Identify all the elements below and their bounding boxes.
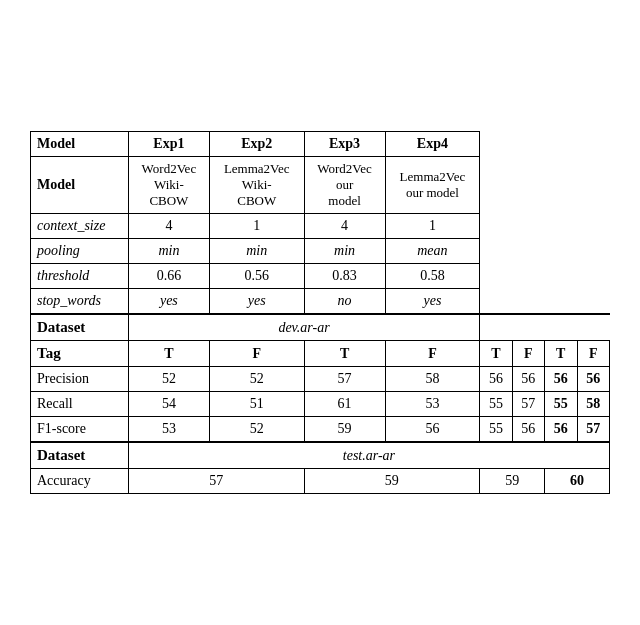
precision-exp4-t: 56 <box>545 367 577 392</box>
stop-words-exp2: yes <box>209 289 304 315</box>
threshold-label: threshold <box>31 264 129 289</box>
tag-exp4-f: F <box>577 341 610 367</box>
recall-exp4-t: 55 <box>545 392 577 417</box>
threshold-exp4: 0.58 <box>385 264 480 289</box>
stop-words-exp1: yes <box>128 289 209 315</box>
exp4-model: Lemma2Vec our model <box>385 157 480 214</box>
precision-exp2-f: 58 <box>385 367 480 392</box>
pooling-label: pooling <box>31 239 129 264</box>
precision-exp1-t: 52 <box>128 367 209 392</box>
recall-label: Recall <box>31 392 129 417</box>
f1-exp1-f: 52 <box>209 417 304 443</box>
exp2-model: Lemma2Vec Wiki- CBOW <box>209 157 304 214</box>
dataset2-label: Dataset <box>31 442 129 469</box>
context-size-exp3: 4 <box>304 214 385 239</box>
context-size-exp2: 1 <box>209 214 304 239</box>
pooling-exp4: mean <box>385 239 480 264</box>
f1-exp3-f: 56 <box>512 417 544 443</box>
f1-exp4-f: 57 <box>577 417 610 443</box>
stop-words-exp4: yes <box>385 289 480 315</box>
precision-exp3-f: 56 <box>512 367 544 392</box>
recall-exp1-f: 51 <box>209 392 304 417</box>
threshold-exp3: 0.83 <box>304 264 385 289</box>
accuracy-exp2: 59 <box>304 469 480 494</box>
f1-exp2-t: 59 <box>304 417 385 443</box>
accuracy-label: Accuracy <box>31 469 129 494</box>
precision-exp4-f: 56 <box>577 367 610 392</box>
tag-exp1-f: F <box>209 341 304 367</box>
tag-exp3-t: T <box>480 341 512 367</box>
precision-label: Precision <box>31 367 129 392</box>
tag-label: Tag <box>31 341 129 367</box>
table-container: Model Exp1 Exp2 Exp3 Exp4 Model Word2Vec… <box>10 111 630 514</box>
accuracy-exp4: 60 <box>545 469 610 494</box>
tag-exp2-t: T <box>304 341 385 367</box>
recall-exp2-t: 61 <box>304 392 385 417</box>
context-size-label: context_size <box>31 214 129 239</box>
dataset1-label: Dataset <box>31 314 129 341</box>
exp2-header: Exp2 <box>209 132 304 157</box>
context-size-exp4: 1 <box>385 214 480 239</box>
f1-exp1-t: 53 <box>128 417 209 443</box>
precision-exp3-t: 56 <box>480 367 512 392</box>
tag-exp4-t: T <box>545 341 577 367</box>
precision-exp1-f: 52 <box>209 367 304 392</box>
exp4-header: Exp4 <box>385 132 480 157</box>
recall-exp3-t: 55 <box>480 392 512 417</box>
results-table: Model Exp1 Exp2 Exp3 Exp4 Model Word2Vec… <box>30 131 610 494</box>
f1-label: F1-score <box>31 417 129 443</box>
recall-exp2-f: 53 <box>385 392 480 417</box>
pooling-exp1: min <box>128 239 209 264</box>
recall-exp1-t: 54 <box>128 392 209 417</box>
exp1-header: Exp1 <box>128 132 209 157</box>
accuracy-exp1: 57 <box>128 469 304 494</box>
recall-exp4-f: 58 <box>577 392 610 417</box>
precision-exp2-t: 57 <box>304 367 385 392</box>
pooling-exp2: min <box>209 239 304 264</box>
model-header: Model <box>31 132 129 157</box>
pooling-exp3: min <box>304 239 385 264</box>
model-label-cell: Model <box>31 157 129 214</box>
tag-exp2-f: F <box>385 341 480 367</box>
exp3-model: Word2Vec our model <box>304 157 385 214</box>
threshold-exp1: 0.66 <box>128 264 209 289</box>
threshold-exp2: 0.56 <box>209 264 304 289</box>
f1-exp4-t: 56 <box>545 417 577 443</box>
recall-exp3-f: 57 <box>512 392 544 417</box>
context-size-exp1: 4 <box>128 214 209 239</box>
exp1-model: Word2Vec Wiki- CBOW <box>128 157 209 214</box>
f1-exp3-t: 55 <box>480 417 512 443</box>
stop-words-label: stop_words <box>31 289 129 315</box>
tag-exp1-t: T <box>128 341 209 367</box>
exp3-header: Exp3 <box>304 132 385 157</box>
tag-exp3-f: F <box>512 341 544 367</box>
f1-exp2-f: 56 <box>385 417 480 443</box>
dataset2-value: test.ar-ar <box>128 442 609 469</box>
stop-words-exp3: no <box>304 289 385 315</box>
dataset1-value: dev.ar-ar <box>128 314 479 341</box>
accuracy-exp3: 59 <box>480 469 545 494</box>
